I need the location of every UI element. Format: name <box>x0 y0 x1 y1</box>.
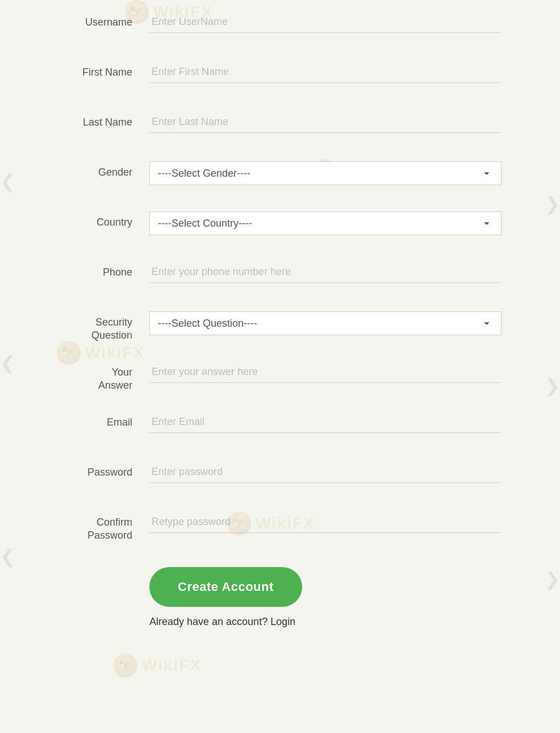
country-row: Country ----Select Country---- <box>24 211 536 245</box>
password-row: Password <box>24 461 536 495</box>
lastname-input-wrapper <box>149 111 502 133</box>
right-arrow-1: ❯ <box>545 193 560 215</box>
confirm-password-row: Confirm Password <box>24 511 536 545</box>
security-question-row: Security Question ----Select Question---… <box>24 311 536 345</box>
right-arrow-2: ❯ <box>545 375 560 397</box>
your-answer-input[interactable] <box>149 361 502 383</box>
firstname-label: First Name <box>24 61 149 79</box>
username-label: Username <box>24 11 149 29</box>
firstname-row: First Name <box>24 61 536 95</box>
lastname-row: Last Name <box>24 111 536 145</box>
your-answer-input-wrapper <box>149 361 502 383</box>
gender-select-wrapper: ----Select Gender---- Male Female Other <box>149 161 502 185</box>
country-select-wrapper: ----Select Country---- <box>149 211 502 235</box>
password-input[interactable] <box>149 461 502 483</box>
left-arrow-3: ❮ <box>0 545 15 567</box>
gender-row: Gender ----Select Gender---- Male Female… <box>24 161 536 195</box>
confirm-password-input[interactable] <box>149 511 502 533</box>
country-select[interactable]: ----Select Country---- <box>149 211 502 235</box>
confirm-password-label: Confirm Password <box>24 511 149 543</box>
lastname-input[interactable] <box>149 111 502 133</box>
left-arrow-2: ❮ <box>0 352 15 374</box>
security-question-label: Security Question <box>24 311 149 343</box>
country-label: Country <box>24 211 149 229</box>
phone-row: Phone <box>24 261 536 295</box>
email-row: Email <box>24 411 536 445</box>
email-label: Email <box>24 411 149 429</box>
confirm-password-input-wrapper <box>149 511 502 533</box>
left-arrow-1: ❮ <box>0 170 15 192</box>
security-question-select-wrapper: ----Select Question---- <box>149 311 502 335</box>
firstname-input[interactable] <box>149 61 502 83</box>
firstname-input-wrapper <box>149 61 502 83</box>
email-input[interactable] <box>149 411 502 433</box>
phone-label: Phone <box>24 261 149 279</box>
phone-input[interactable] <box>149 261 502 283</box>
registration-form: Username First Name Last Name Gender ---… <box>24 0 536 639</box>
lastname-label: Last Name <box>24 111 149 129</box>
username-row: Username <box>24 11 536 45</box>
gender-select[interactable]: ----Select Gender---- Male Female Other <box>149 161 502 185</box>
password-input-wrapper <box>149 461 502 483</box>
security-question-select[interactable]: ----Select Question---- <box>149 311 502 335</box>
your-answer-label: Your Answer <box>24 361 149 393</box>
your-answer-row: Your Answer <box>24 361 536 395</box>
phone-input-wrapper <box>149 261 502 283</box>
username-input[interactable] <box>149 11 502 33</box>
gender-label: Gender <box>24 161 149 179</box>
create-account-button[interactable]: Create Account <box>149 567 302 607</box>
email-input-wrapper <box>149 411 502 433</box>
form-actions: Create Account Already have an account? … <box>149 561 536 628</box>
right-arrow-3: ❯ <box>545 568 560 590</box>
login-link[interactable]: Already have an account? Login <box>149 616 295 628</box>
password-label: Password <box>24 461 149 479</box>
username-input-wrapper <box>149 11 502 33</box>
